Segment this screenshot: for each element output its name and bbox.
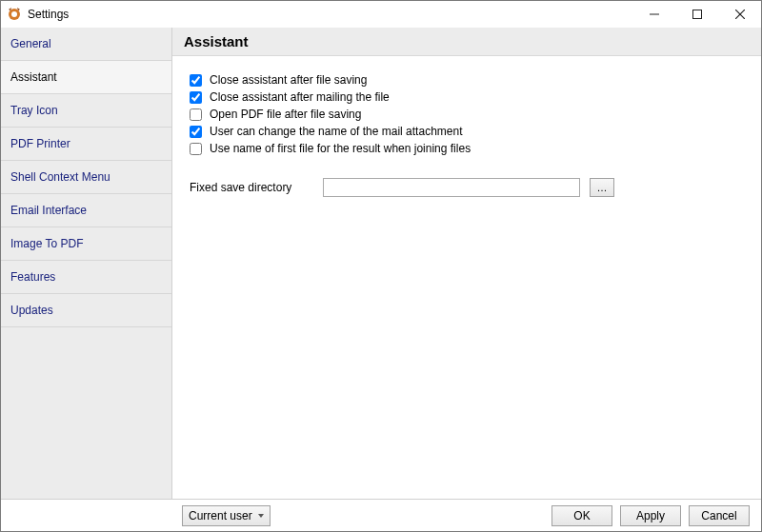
apply-button[interactable]: Apply (620, 505, 681, 526)
close-button[interactable] (718, 1, 761, 28)
fixed-save-directory-input[interactable] (323, 178, 580, 197)
option-label: Use name of first file for the result wh… (210, 142, 471, 155)
option-use-first-file-name[interactable]: Use name of first file for the result wh… (190, 142, 744, 155)
option-label: Close assistant after mailing the file (210, 90, 390, 104)
svg-point-1 (11, 11, 17, 17)
bottom-bar: Current user OK Apply Cancel (1, 499, 761, 531)
sidebar-item-general[interactable]: General (1, 28, 171, 61)
sidebar-item-features[interactable]: Features (1, 261, 171, 294)
scope-select-value: Current user (189, 509, 252, 522)
sidebar-item-pdf-printer[interactable]: PDF Printer (1, 128, 171, 161)
checkbox-use-first-file-name[interactable] (190, 143, 202, 155)
option-label: Close assistant after file saving (210, 73, 367, 87)
option-close-after-save[interactable]: Close assistant after file saving (190, 73, 744, 87)
sidebar-item-updates[interactable]: Updates (1, 294, 171, 327)
main-panel: Assistant Close assistant after file sav… (172, 28, 761, 499)
window-title: Settings (28, 8, 69, 21)
panel-body: Close assistant after file saving Close … (172, 56, 761, 499)
option-open-pdf-after-save[interactable]: Open PDF file after file saving (190, 108, 744, 121)
cancel-button[interactable]: Cancel (689, 505, 750, 526)
option-label: Open PDF file after file saving (210, 108, 361, 121)
content-area: General Assistant Tray Icon PDF Printer … (1, 28, 761, 499)
option-close-after-mail[interactable]: Close assistant after mailing the file (190, 90, 744, 104)
sidebar-item-shell-context-menu[interactable]: Shell Context Menu (1, 161, 171, 194)
maximize-button[interactable] (675, 1, 718, 28)
minimize-button[interactable] (632, 1, 675, 28)
sidebar: General Assistant Tray Icon PDF Printer … (1, 28, 172, 499)
option-change-attachment-name[interactable]: User can change the name of the mail att… (190, 125, 744, 138)
ok-button[interactable]: OK (551, 505, 612, 526)
app-icon (7, 7, 22, 22)
settings-window: Settings General Assistant Tray Icon PDF… (0, 0, 762, 532)
sidebar-item-tray-icon[interactable]: Tray Icon (1, 94, 171, 128)
panel-title: Assistant (172, 28, 761, 56)
fixed-save-directory-row: Fixed save directory … (190, 178, 744, 197)
titlebar: Settings (1, 1, 761, 28)
sidebar-item-image-to-pdf[interactable]: Image To PDF (1, 227, 171, 261)
checkbox-close-after-mail[interactable] (190, 91, 202, 104)
sidebar-item-email-interface[interactable]: Email Interface (1, 194, 171, 227)
scope-select[interactable]: Current user (182, 505, 271, 526)
checkbox-open-pdf-after-save[interactable] (190, 108, 202, 121)
sidebar-item-assistant[interactable]: Assistant (1, 61, 171, 94)
window-controls (632, 1, 761, 28)
svg-rect-3 (692, 10, 701, 19)
option-label: User can change the name of the mail att… (210, 125, 462, 138)
checkbox-close-after-save[interactable] (190, 74, 202, 87)
fixed-save-directory-label: Fixed save directory (190, 181, 313, 194)
browse-button[interactable]: … (590, 178, 614, 197)
checkbox-change-attachment-name[interactable] (190, 126, 202, 138)
